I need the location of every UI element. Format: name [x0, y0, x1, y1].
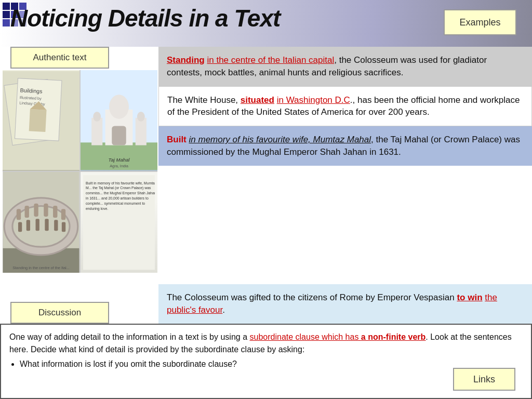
- examples-label: Examples: [459, 17, 500, 28]
- text-card-image: Built in memory of his favourite wife, M…: [81, 172, 157, 273]
- svg-rect-25: [34, 204, 38, 217]
- authentic-label-text: Authentic text: [33, 52, 86, 63]
- right-column: Standing in the centre of the Italian ca…: [158, 47, 532, 324]
- svg-point-11: [109, 95, 129, 119]
- page-title: Noticing Details in a Text: [10, 4, 280, 32]
- built-highlight: Built: [167, 135, 187, 144]
- bullet-list: What information is lost if you omit the…: [20, 358, 523, 370]
- svg-text:Buildings: Buildings: [20, 87, 42, 94]
- discussion-text-box: The Colosseum was gifted to the citizens…: [158, 284, 532, 324]
- svg-rect-30: [26, 220, 30, 231]
- svg-text:complete... symmetrical monume: complete... symmetrical monument to: [86, 202, 145, 206]
- memory-underline: in memory of his favourite wife, Mumtaz …: [189, 135, 371, 144]
- svg-rect-12: [91, 118, 102, 145]
- svg-rect-34: [62, 222, 65, 232]
- image-collage: Buildings Illustrated by Lindsay Gunby: [3, 70, 157, 273]
- bullet-item-1: What information is lost if you omit the…: [20, 358, 523, 370]
- svg-rect-27: [53, 206, 57, 218]
- svg-rect-31: [36, 219, 39, 231]
- links-badge: Links: [453, 368, 515, 391]
- examples-badge: Examples: [444, 9, 516, 35]
- colosseum-image: Standing in the centre of the Ital...: [3, 172, 79, 273]
- svg-rect-6: [29, 109, 47, 132]
- subordinate-clause-link: subordinate clause which has a non-finit…: [250, 332, 426, 341]
- standing-highlight: Standing: [167, 55, 205, 65]
- svg-point-13: [93, 112, 101, 122]
- svg-rect-28: [61, 209, 65, 220]
- svg-rect-24: [25, 206, 29, 218]
- standing-text-box: Standing in the centre of the Italian ca…: [158, 47, 532, 86]
- buildings-image: Buildings Illustrated by Lindsay Gunby: [3, 70, 79, 171]
- svg-rect-29: [18, 222, 22, 232]
- page: Noticing Details in a Text Examples Auth…: [0, 0, 532, 399]
- svg-text:commiss... the Mughal Emperor : commiss... the Mughal Emperor Shah Jahan: [86, 191, 155, 195]
- discussion-label-text: Discussion: [38, 308, 81, 318]
- svg-text:Agra, India: Agra, India: [110, 164, 129, 168]
- discussion-label: Discussion: [10, 302, 109, 324]
- svg-text:enduring love.: enduring love.: [86, 207, 108, 211]
- non-finite-verb-link: a non-finite verb: [361, 332, 425, 341]
- taj-mahal-image: Taj Mahal Agra, India: [81, 70, 157, 171]
- svg-text:in 1631... and 20,000 artisan : in 1631... and 20,000 artisan builders t…: [86, 196, 149, 200]
- links-label: Links: [473, 373, 495, 387]
- svg-text:M... the Taj Mahal (or Crown P: M... the Taj Mahal (or Crown Palace) was: [86, 186, 151, 190]
- bottom-summary-box: One way of adding detail to the informat…: [0, 324, 532, 399]
- bottom-text: One way of adding detail to the informat…: [9, 331, 523, 356]
- svg-text:Standing in the centre of the : Standing in the centre of the Ital...: [12, 265, 70, 270]
- situated-text-box: The White House, situated in Washington …: [158, 86, 532, 127]
- svg-rect-14: [136, 118, 147, 145]
- built-text-box: Built in memory of his favourite wife, M…: [158, 126, 532, 166]
- washington-underline: in Washington D.C: [277, 95, 350, 105]
- towin-highlight: to win: [457, 292, 482, 302]
- svg-rect-33: [54, 220, 58, 231]
- svg-rect-32: [45, 219, 48, 231]
- situated-highlight: situated: [241, 95, 274, 105]
- svg-text:Built in memory of his favouri: Built in memory of his favourite wife, M…: [86, 181, 155, 185]
- favour-underline: the public's favour: [167, 292, 497, 315]
- left-column: Authentic text Buildings Illustrated by: [0, 47, 158, 324]
- svg-point-15: [137, 112, 145, 122]
- svg-rect-16: [112, 126, 126, 145]
- svg-text:Taj Mahal: Taj Mahal: [109, 157, 130, 163]
- svg-rect-23: [17, 209, 21, 220]
- svg-rect-26: [44, 204, 48, 217]
- in-the-centre-underline: in the centre of the Italian capital, th…: [167, 55, 487, 77]
- authentic-text-label: Authentic text: [10, 47, 109, 69]
